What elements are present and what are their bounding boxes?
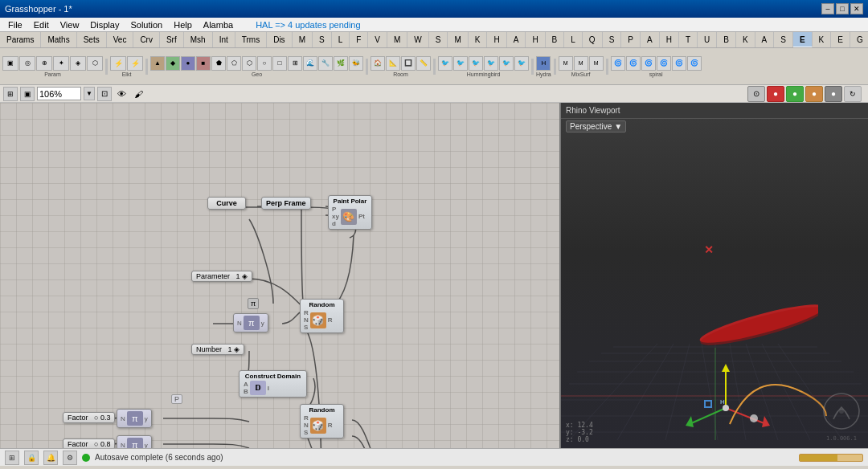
tab-a[interactable]: A — [507, 32, 526, 47]
view-fit-btn[interactable]: ⊞ — [3, 87, 18, 101]
icon-geo-7[interactable]: ⬡ — [242, 56, 256, 71]
view-ctrl-1[interactable]: ⊙ — [747, 86, 765, 102]
view-ctrl-4[interactable]: ● — [805, 86, 823, 102]
icon-hmb-5[interactable]: 🐦 — [499, 56, 514, 71]
tab-t[interactable]: T — [679, 32, 698, 47]
node-paint-polar[interactable]: Paint Polar Pxyd 🎨 Pt — [328, 195, 372, 230]
icon-geo-12[interactable]: 🔧 — [318, 56, 333, 71]
icon-spiral-1[interactable]: 🌀 — [611, 56, 625, 71]
tab-v[interactable]: V — [368, 32, 387, 47]
icon-spiral-5[interactable]: 🌀 — [672, 56, 686, 71]
icon-room-1[interactable]: 🏠 — [371, 56, 385, 71]
icon-geo-2[interactable]: ◆ — [166, 56, 180, 71]
view-paint-btn[interactable]: 🖌 — [131, 87, 145, 101]
icon-hydra-1[interactable]: H — [536, 56, 551, 71]
node-curve[interactable]: Curve — [207, 197, 246, 210]
tab-trms[interactable]: Trms — [235, 32, 267, 47]
menu-solution[interactable]: Solution — [125, 19, 167, 31]
view-eye-btn[interactable]: 👁 — [114, 87, 129, 101]
node-pi-2[interactable]: N π y — [117, 409, 152, 428]
icon-geo-10[interactable]: ⊞ — [288, 56, 302, 71]
menu-edit[interactable]: Edit — [29, 19, 54, 31]
menu-file[interactable]: File — [3, 19, 27, 31]
tab-s3[interactable]: S — [603, 32, 622, 47]
tab-k3[interactable]: K — [813, 32, 832, 47]
tab-m3[interactable]: M — [448, 32, 468, 47]
tab-srf[interactable]: Srf — [160, 32, 184, 47]
menu-display[interactable]: Display — [85, 19, 124, 31]
icon-hmb-2[interactable]: 🐦 — [453, 56, 468, 71]
tab-a3[interactable]: A — [755, 32, 775, 47]
icon-spiral-4[interactable]: 🌀 — [657, 56, 671, 71]
view-toggle-btn[interactable]: ▣ — [20, 87, 35, 101]
node-construct-domain[interactable]: Construct Domain AB 𝔻 I — [239, 370, 307, 398]
icon-mixsurf-1[interactable]: M — [559, 56, 573, 71]
bottom-icon-1[interactable]: ⊞ — [5, 451, 19, 465]
viewport-3d[interactable]: ✕ H — [561, 119, 868, 448]
tab-m1[interactable]: M — [293, 32, 313, 47]
tab-h2[interactable]: H — [526, 32, 545, 47]
icon-geo-8[interactable]: ○ — [257, 56, 272, 71]
icon-hmb-1[interactable]: 🐦 — [438, 56, 452, 71]
tab-b1[interactable]: B — [546, 32, 565, 47]
icon-btn-elkt-1[interactable]: ⚡ — [110, 56, 126, 71]
zoom-fit-btn[interactable]: ⊡ — [97, 87, 112, 101]
tab-q[interactable]: Q — [583, 32, 603, 47]
minimize-button[interactable]: – — [821, 3, 834, 14]
tab-f[interactable]: F — [350, 32, 368, 47]
node-factor-2[interactable]: Factor ○ 0.8 — [63, 438, 115, 448]
gh-canvas[interactable]: Curve Perp Frame Paint Polar Pxyd 🎨 Pt π… — [0, 103, 559, 448]
tab-g[interactable]: G — [850, 32, 868, 47]
icon-hmb-3[interactable]: 🐦 — [469, 56, 483, 71]
zoom-input[interactable]: 106% — [37, 87, 81, 100]
icon-btn-3[interactable]: ⊕ — [36, 56, 52, 71]
zoom-dropdown-btn[interactable]: ▼ — [84, 87, 95, 100]
icon-geo-9[interactable]: □ — [272, 56, 287, 71]
bottom-icon-3[interactable]: 🔔 — [43, 451, 58, 465]
tab-h3[interactable]: H — [660, 32, 679, 47]
icon-room-2[interactable]: 📐 — [386, 56, 400, 71]
tab-sets[interactable]: Sets — [77, 32, 107, 47]
tab-l[interactable]: L — [332, 32, 350, 47]
bottom-icon-4[interactable]: ⚙ — [63, 451, 77, 465]
icon-room-3[interactable]: 🔲 — [401, 56, 416, 71]
tab-s1[interactable]: S — [313, 32, 332, 47]
node-random-2[interactable]: Random RNS 🎲 R — [300, 404, 344, 438]
close-button[interactable]: ✕ — [850, 3, 863, 14]
node-random-1[interactable]: Random RNS 🎲 R — [300, 299, 344, 333]
icon-spiral-6[interactable]: 🌀 — [687, 56, 702, 71]
tab-msh[interactable]: Msh — [184, 32, 213, 47]
icon-btn-6[interactable]: ⬡ — [87, 56, 103, 71]
tab-p[interactable]: P — [621, 32, 641, 47]
icon-mixsurf-3[interactable]: M — [589, 56, 604, 71]
icon-spiral-2[interactable]: 🌀 — [626, 56, 641, 71]
perspective-dropdown[interactable]: Perspective ▼ — [566, 120, 626, 133]
icon-spiral-3[interactable]: 🌀 — [641, 56, 656, 71]
tab-s2[interactable]: S — [429, 32, 448, 47]
node-perp-frame[interactable]: Perp Frame — [261, 197, 311, 210]
icon-geo-3[interactable]: ● — [181, 56, 195, 71]
icon-btn-2[interactable]: ◎ — [19, 56, 35, 71]
tab-k[interactable]: K — [469, 32, 488, 47]
tab-m2[interactable]: M — [387, 32, 407, 47]
bottom-icon-2[interactable]: 🔒 — [24, 451, 39, 465]
icon-btn-5[interactable]: ◈ — [70, 56, 86, 71]
icon-btn-1[interactable]: ▣ — [2, 56, 18, 71]
icon-geo-6[interactable]: ⬠ — [227, 56, 241, 71]
node-parameter[interactable]: Parameter 1 ◈ — [191, 271, 252, 282]
tab-s4[interactable]: S — [774, 32, 793, 47]
menu-help[interactable]: Help — [169, 19, 197, 31]
tab-w[interactable]: W — [407, 32, 428, 47]
node-pi-3[interactable]: N π y — [117, 435, 152, 448]
icon-geo-4[interactable]: ■ — [196, 56, 211, 71]
tab-vec[interactable]: Vec — [107, 32, 134, 47]
tab-params[interactable]: Params — [0, 32, 41, 47]
tab-math[interactable]: Maths — [41, 32, 76, 47]
node-pi-1[interactable]: N π y — [233, 313, 268, 332]
icon-hmb-4[interactable]: 🐦 — [484, 56, 498, 71]
menu-alamba[interactable]: Alamba — [199, 19, 238, 31]
tab-b2[interactable]: B — [717, 32, 736, 47]
icon-geo-13[interactable]: 🌿 — [334, 56, 348, 71]
menu-view[interactable]: View — [55, 19, 84, 31]
tab-e[interactable]: E — [793, 32, 813, 47]
